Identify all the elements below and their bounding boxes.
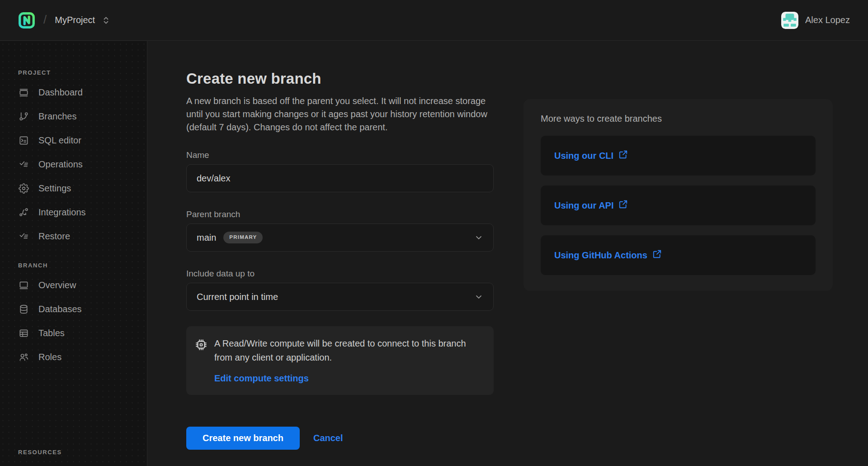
github-actions-link[interactable]: Using GitHub Actions bbox=[554, 249, 662, 261]
sidebar-item-overview[interactable]: Overview bbox=[18, 273, 147, 297]
cli-link[interactable]: Using our CLI bbox=[554, 150, 628, 162]
parent-branch-select[interactable]: main PRIMARY bbox=[186, 223, 494, 252]
chevron-down-icon bbox=[474, 292, 483, 301]
unfold-chevrons-icon bbox=[102, 16, 110, 25]
more-ways-panel: More ways to create branches Using our C… bbox=[524, 99, 833, 291]
github-actions-link-label: Using GitHub Actions bbox=[554, 250, 647, 261]
sidebar-item-tables[interactable]: Tables bbox=[18, 321, 147, 345]
sql-editor-icon bbox=[18, 135, 29, 146]
settings-icon bbox=[18, 183, 29, 194]
external-link-icon bbox=[618, 200, 628, 211]
sidebar-item-label: Restore bbox=[38, 231, 70, 242]
external-link-icon bbox=[652, 249, 662, 261]
external-link-icon bbox=[618, 150, 628, 162]
sidebar-item-label: Databases bbox=[38, 304, 82, 314]
sidebar: PROJECT Dashboard bbox=[0, 41, 147, 466]
top-header: / MyProject bbox=[0, 0, 868, 41]
dashboard-icon bbox=[18, 87, 29, 98]
sidebar-item-label: Overview bbox=[38, 280, 76, 290]
project-switcher[interactable]: MyProject bbox=[55, 15, 110, 25]
overview-icon bbox=[18, 280, 29, 290]
sidebar-item-operations[interactable]: Operations bbox=[18, 152, 147, 176]
branch-name-input[interactable] bbox=[186, 164, 494, 192]
sidebar-item-dashboard[interactable]: Dashboard bbox=[18, 81, 147, 105]
sidebar-item-label: Operations bbox=[38, 159, 83, 170]
sidebar-section-label: PROJECT bbox=[18, 69, 147, 76]
sidebar-item-roles[interactable]: Roles bbox=[18, 345, 147, 369]
sidebar-item-branches[interactable]: Branches bbox=[18, 105, 147, 128]
sidebar-item-settings[interactable]: Settings bbox=[18, 176, 147, 200]
sidebar-section-branch: BRANCH Overview bbox=[18, 262, 147, 369]
user-name: Alex Lopez bbox=[805, 15, 850, 25]
api-card[interactable]: Using our API bbox=[541, 185, 816, 225]
api-link[interactable]: Using our API bbox=[554, 200, 628, 211]
compute-note-box: A Read/Write compute will be created to … bbox=[186, 326, 494, 395]
breadcrumb-separator: / bbox=[43, 13, 47, 27]
project-name: MyProject bbox=[55, 15, 95, 25]
sidebar-item-label: Roles bbox=[38, 352, 61, 362]
edit-compute-settings-link[interactable]: Edit compute settings bbox=[214, 373, 309, 384]
sidebar-item-label: Tables bbox=[38, 328, 65, 338]
sidebar-section-project: PROJECT Dashboard bbox=[18, 69, 147, 248]
roles-icon bbox=[18, 352, 29, 362]
tables-icon bbox=[18, 328, 29, 338]
api-link-label: Using our API bbox=[554, 200, 613, 211]
sidebar-item-databases[interactable]: Databases bbox=[18, 297, 147, 321]
sidebar-item-integrations[interactable]: Integrations bbox=[18, 200, 147, 224]
avatar bbox=[781, 12, 798, 29]
cli-card[interactable]: Using our CLI bbox=[541, 136, 816, 176]
page-title: Create new branch bbox=[186, 70, 868, 87]
form-actions: Create new branch Cancel bbox=[186, 427, 868, 450]
cancel-link[interactable]: Cancel bbox=[309, 433, 348, 443]
sidebar-item-label: Dashboard bbox=[38, 87, 83, 98]
cli-link-label: Using our CLI bbox=[554, 151, 613, 161]
branches-icon bbox=[18, 111, 29, 122]
chevron-down-icon bbox=[474, 233, 483, 242]
neon-logo-icon[interactable] bbox=[18, 12, 35, 29]
app-root: / MyProject bbox=[0, 0, 868, 466]
sidebar-item-restore[interactable]: Restore bbox=[18, 224, 147, 248]
databases-icon bbox=[18, 304, 29, 314]
restore-icon bbox=[18, 231, 29, 242]
primary-badge: PRIMARY bbox=[223, 232, 263, 243]
include-data-value: Current point in time bbox=[197, 292, 278, 302]
github-actions-card[interactable]: Using GitHub Actions bbox=[541, 235, 816, 275]
sidebar-item-label: Settings bbox=[38, 183, 71, 194]
create-branch-button[interactable]: Create new branch bbox=[186, 427, 300, 450]
more-ways-title: More ways to create branches bbox=[541, 114, 816, 124]
user-menu[interactable]: Alex Lopez bbox=[781, 12, 850, 29]
sidebar-item-label: Branches bbox=[38, 111, 77, 122]
header-left: / MyProject bbox=[18, 12, 110, 29]
sidebar-item-label: Integrations bbox=[38, 207, 86, 218]
sidebar-section-label: BRANCH bbox=[18, 262, 147, 269]
operations-icon bbox=[18, 159, 29, 170]
integrations-icon bbox=[18, 207, 29, 218]
compute-note-text: A Read/Write compute will be created to … bbox=[214, 337, 479, 365]
sidebar-section-resources: RESOURCES bbox=[18, 449, 62, 456]
parent-branch-value: main bbox=[197, 233, 216, 243]
sidebar-item-label: SQL editor bbox=[38, 135, 81, 146]
cpu-chip-icon bbox=[194, 338, 208, 365]
sidebar-item-sql-editor[interactable]: SQL editor bbox=[18, 128, 147, 152]
include-data-select[interactable]: Current point in time bbox=[186, 283, 494, 311]
page-description: A new branch is based off the parent you… bbox=[186, 95, 495, 134]
